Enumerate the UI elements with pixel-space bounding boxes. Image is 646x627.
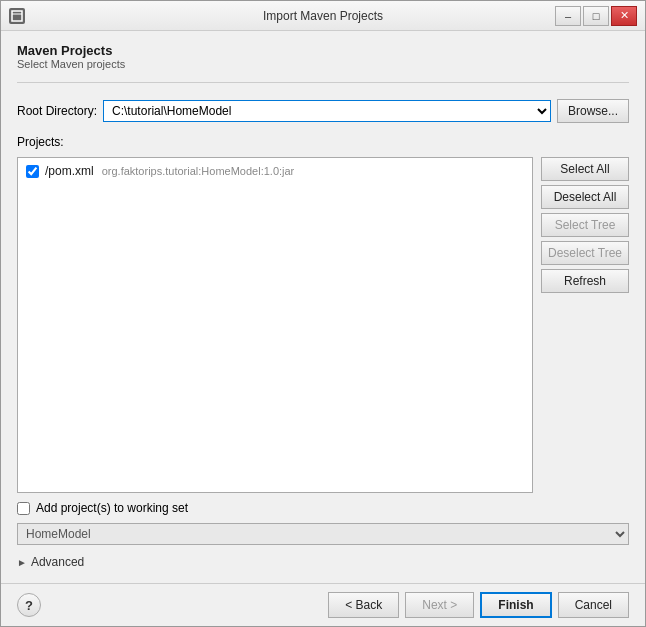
window-title: Import Maven Projects [263,9,383,23]
window-controls: – □ ✕ [555,6,637,26]
project-name: /pom.xml [45,164,94,178]
svg-rect-0 [12,11,22,21]
header-separator [17,82,629,83]
projects-label: Projects: [17,135,629,149]
cancel-button[interactable]: Cancel [558,592,629,618]
working-set-label: Add project(s) to working set [36,501,188,515]
footer-buttons: < Back Next > Finish Cancel [328,592,629,618]
deselect-all-button[interactable]: Deselect All [541,185,629,209]
finish-button[interactable]: Finish [480,592,551,618]
next-button[interactable]: Next > [405,592,474,618]
back-button[interactable]: < Back [328,592,399,618]
close-button[interactable]: ✕ [611,6,637,26]
section-subtitle: Select Maven projects [17,58,629,70]
root-directory-row: Root Directory: C:\tutorial\HomeModel Br… [17,99,629,123]
select-all-button[interactable]: Select All [541,157,629,181]
working-set-row: Add project(s) to working set [17,501,629,515]
advanced-label: Advanced [31,555,84,569]
projects-area: /pom.xml org.faktorips.tutorial:HomeMode… [17,157,629,493]
titlebar: Import Maven Projects – □ ✕ [1,1,645,31]
side-buttons: Select All Deselect All Select Tree Dese… [541,157,629,493]
browse-button[interactable]: Browse... [557,99,629,123]
window: Import Maven Projects – □ ✕ Maven Projec… [0,0,646,627]
window-icon [9,8,25,24]
project-artifact: org.faktorips.tutorial:HomeModel:1.0:jar [102,165,295,177]
deselect-tree-button[interactable]: Deselect Tree [541,241,629,265]
minimize-button[interactable]: – [555,6,581,26]
working-set-select[interactable]: HomeModel [17,523,629,545]
root-directory-select[interactable]: C:\tutorial\HomeModel [103,100,551,122]
root-directory-label: Root Directory: [17,104,97,118]
project-checkbox[interactable] [26,165,39,178]
section-title: Maven Projects [17,43,629,58]
working-set-dropdown-row: HomeModel [17,523,629,545]
advanced-section[interactable]: ► Advanced [17,553,629,571]
section-header: Maven Projects Select Maven projects [17,43,629,70]
working-set-checkbox[interactable] [17,502,30,515]
help-button[interactable]: ? [17,593,41,617]
advanced-arrow-icon: ► [17,557,27,568]
footer-left: ? [17,593,41,617]
maximize-button[interactable]: □ [583,6,609,26]
main-content: Maven Projects Select Maven projects Roo… [1,31,645,583]
refresh-button[interactable]: Refresh [541,269,629,293]
footer: ? < Back Next > Finish Cancel [1,583,645,626]
projects-list[interactable]: /pom.xml org.faktorips.tutorial:HomeMode… [17,157,533,493]
select-tree-button[interactable]: Select Tree [541,213,629,237]
list-item[interactable]: /pom.xml org.faktorips.tutorial:HomeMode… [22,162,528,180]
